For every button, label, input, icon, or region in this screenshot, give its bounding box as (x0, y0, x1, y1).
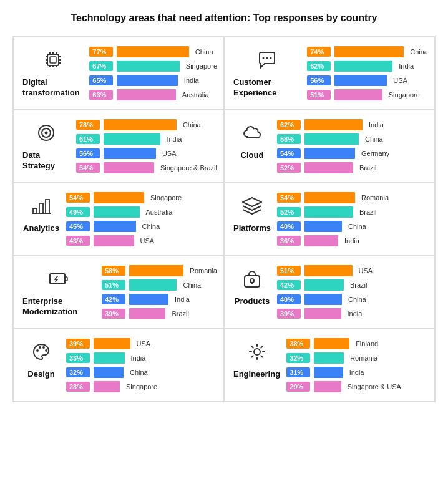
bar-fill (304, 294, 342, 305)
category-cell-data-strategy: Data Strategy78%China61%India56%USA54%Si… (13, 110, 224, 183)
bar-row: 62%India (277, 119, 428, 130)
svg-rect-25 (50, 274, 65, 284)
category-label-customer-experience: Customer Experience (233, 77, 301, 99)
bar-row: 58%China (277, 133, 428, 145)
palette-icon (30, 341, 52, 363)
bar-row: 54%Singapore & Brazil (76, 162, 217, 173)
category-cell-customer-experience: Customer Experience74%China62%India56%US… (224, 37, 435, 110)
icon-area-cloud: Cloud (233, 119, 271, 161)
bar-country-label: Singapore (389, 91, 420, 99)
category-cell-cloud: Cloud62%India58%China54%Germany52%Brazil (224, 110, 435, 183)
bar-pct-label: 39% (102, 309, 125, 319)
bar-country-label: China (348, 223, 366, 230)
bar-fill (117, 89, 176, 100)
bar-fill (104, 148, 156, 159)
svg-rect-26 (65, 277, 67, 281)
bar-row: 43%USA (66, 235, 217, 246)
main-grid: Digital transformation77%China67%Singapo… (12, 36, 436, 402)
bar-country-label: China (183, 281, 201, 289)
bar-fill (304, 265, 353, 276)
category-cell-digital-transformation: Digital transformation77%China67%Singapo… (13, 37, 224, 110)
icon-area-digital-transformation: Digital transformation (22, 46, 83, 99)
bar-row: 78%China (76, 119, 217, 130)
bar-fill (304, 221, 342, 232)
bar-country-label: Romania (361, 194, 389, 201)
svg-rect-0 (47, 54, 59, 65)
category-cell-engineering: Engineering38%Finland32%Romania31%India2… (224, 329, 435, 402)
bar-country-label: USA (359, 267, 373, 274)
bar-country-label: China (195, 48, 213, 56)
bar-pct-label: 65% (89, 75, 113, 85)
svg-point-32 (42, 346, 45, 349)
bar-country-label: China (365, 135, 383, 143)
bar-country-label: India (348, 310, 363, 317)
bar-fill (94, 352, 125, 364)
bars-area-platforms: 54%Romania52%Brazil40%China36%India (277, 192, 428, 246)
bar-fill (304, 308, 341, 319)
svg-point-19 (44, 132, 47, 135)
bar-row: 38%Finland (286, 338, 428, 349)
svg-point-31 (39, 346, 41, 349)
bar-country-label: Brazil (350, 281, 368, 289)
bar-pct-label: 61% (76, 134, 100, 144)
bar-row: 29%Singapore & USA (286, 381, 428, 392)
svg-rect-22 (46, 200, 49, 213)
bar-country-label: India (175, 296, 190, 303)
bar-pct-label: 42% (102, 294, 125, 304)
bar-row: 32%Romania (286, 352, 428, 364)
bar-fill (129, 265, 183, 276)
bar-country-label: Finland (356, 340, 378, 347)
bars-area-engineering: 38%Finland32%Romania31%India29%Singapore… (286, 338, 428, 392)
bar-pct-label: 74% (307, 47, 331, 57)
bar-pct-label: 31% (286, 367, 310, 377)
icon-area-enterprise-modernization: Enterprise Modernization (22, 265, 95, 317)
bars-area-enterprise-modernization: 58%Romania51%China42%India39%Brazil (102, 265, 217, 319)
bar-fill (304, 133, 359, 145)
bar-row: 31%India (286, 367, 428, 378)
bar-pct-label: 33% (66, 353, 90, 363)
bar-row: 36%India (277, 235, 428, 246)
bar-pct-label: 77% (89, 47, 113, 57)
bar-pct-label: 29% (286, 382, 310, 392)
bar-country-label: India (344, 237, 359, 245)
svg-point-34 (254, 349, 260, 355)
bar-fill (94, 192, 144, 203)
bar-pct-label: 52% (277, 163, 301, 173)
bar-fill (94, 206, 140, 218)
bar-fill (334, 89, 382, 100)
category-label-cloud: Cloud (241, 150, 264, 161)
svg-marker-24 (243, 198, 261, 206)
cloud-icon (241, 122, 263, 144)
svg-rect-20 (33, 208, 37, 213)
bar-country-label: India (167, 135, 182, 143)
bar-row: 39%USA (66, 338, 217, 349)
bar-country-label: Singapore & Brazil (160, 164, 217, 172)
icon-area-analytics: Analytics (22, 192, 60, 234)
bar-fill (304, 148, 355, 159)
bar-pct-label: 49% (66, 207, 90, 217)
bar-row: 33%India (66, 352, 217, 364)
bar-country-label: India (349, 369, 364, 376)
bar-fill (94, 367, 124, 378)
bars-area-data-strategy: 78%China61%India56%USA54%Singapore & Bra… (76, 119, 217, 173)
bar-pct-label: 39% (277, 309, 301, 319)
category-cell-design: Design39%USA33%India32%China28%Singapore (13, 329, 224, 402)
bar-country-label: USA (162, 150, 177, 157)
bar-fill (117, 75, 178, 86)
bar-pct-label: 51% (307, 90, 331, 100)
bar-fill (304, 235, 338, 246)
bar-row: 39%India (277, 308, 428, 319)
barchart-icon (30, 195, 52, 217)
bar-pct-label: 38% (286, 339, 310, 349)
category-cell-platforms: Platforms54%Romania52%Brazil40%China36%I… (224, 183, 435, 256)
icon-area-products: Products (233, 265, 271, 307)
svg-rect-1 (50, 57, 56, 63)
bar-fill (304, 206, 353, 218)
bar-pct-label: 54% (277, 148, 301, 158)
bar-pct-label: 63% (89, 90, 113, 100)
bar-row: 51%China (102, 279, 217, 291)
svg-point-16 (270, 57, 272, 59)
svg-rect-27 (245, 276, 260, 287)
bar-pct-label: 40% (277, 221, 301, 231)
bar-country-label: India (399, 62, 414, 70)
